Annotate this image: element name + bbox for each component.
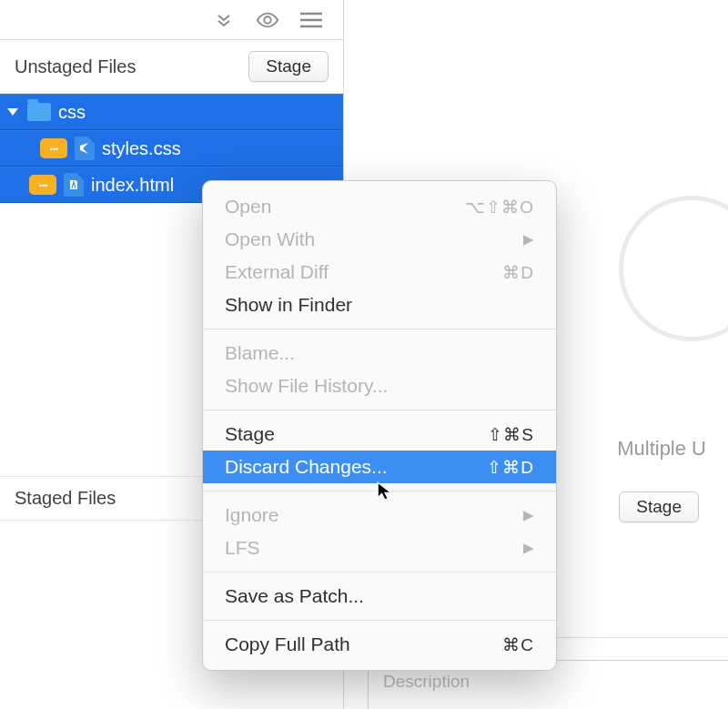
status-badge: ··· bbox=[29, 175, 56, 195]
menu-item-shortcut: ⌥⇧⌘O bbox=[465, 197, 534, 218]
menu-separator bbox=[203, 491, 556, 491]
svg-point-0 bbox=[264, 16, 270, 23]
menu-separator bbox=[203, 329, 556, 329]
stage-button[interactable]: Stage bbox=[248, 51, 329, 82]
file-icon bbox=[64, 173, 84, 197]
submenu-arrow-icon: ▶ bbox=[523, 231, 534, 248]
menu-item-external-diff: External Diff⌘D bbox=[203, 256, 556, 289]
menu-item-label: Stage bbox=[225, 423, 275, 445]
chevrons-down-icon[interactable] bbox=[212, 8, 236, 32]
menu-item-label: Copy Full Path bbox=[225, 633, 350, 655]
menu-item-copy-full-path[interactable]: Copy Full Path⌘C bbox=[203, 628, 556, 661]
menu-item-blame: Blame... bbox=[203, 337, 556, 370]
staged-label: Staged Files bbox=[15, 488, 116, 509]
menu-item-label: Open bbox=[225, 196, 271, 218]
menu-item-shortcut: ⇧⌘S bbox=[488, 424, 534, 445]
menu-item-show-in-finder[interactable]: Show in Finder bbox=[203, 289, 556, 321]
menu-item-save-as-patch[interactable]: Save as Patch... bbox=[203, 580, 556, 613]
eye-icon[interactable] bbox=[256, 8, 279, 32]
menu-separator bbox=[203, 572, 556, 572]
menu-item-lfs: LFS▶ bbox=[203, 532, 556, 564]
menu-item-label: Open With bbox=[225, 228, 315, 250]
tree-file-label: index.html bbox=[91, 175, 174, 196]
placeholder-circle-icon bbox=[619, 196, 728, 341]
file-icon bbox=[75, 137, 95, 160]
unstaged-section-header: Unstaged Files Stage bbox=[0, 40, 343, 94]
menu-item-shortcut: ⌘C bbox=[502, 634, 534, 655]
menu-item-label: Blame... bbox=[225, 342, 295, 364]
menu-item-shortcut: ⌘D bbox=[502, 262, 534, 283]
tree-file-label: styles.css bbox=[102, 138, 181, 159]
menu-item-discard-changes[interactable]: Discard Changes...⇧⌘D bbox=[203, 451, 556, 483]
menu-item-open: Open⌥⇧⌘O bbox=[203, 190, 556, 223]
menu-item-stage[interactable]: Stage⇧⌘S bbox=[203, 418, 556, 451]
unstaged-label: Unstaged Files bbox=[15, 56, 136, 77]
stage-button[interactable]: Stage bbox=[619, 491, 699, 522]
menu-item-label: Show File History... bbox=[225, 375, 388, 397]
menu-separator bbox=[203, 620, 556, 621]
menu-item-ignore: Ignore▶ bbox=[203, 499, 556, 532]
disclosure-triangle-icon[interactable] bbox=[7, 108, 18, 116]
menu-item-label: Ignore bbox=[225, 504, 279, 526]
menu-separator bbox=[203, 410, 556, 410]
menu-item-open-with: Open With▶ bbox=[203, 223, 556, 256]
menu-item-label: Save as Patch... bbox=[225, 585, 364, 607]
status-badge: ··· bbox=[40, 138, 67, 158]
menu-item-shortcut: ⇧⌘D bbox=[487, 457, 534, 478]
tree-folder-label: css bbox=[58, 102, 86, 123]
context-menu: Open⌥⇧⌘OOpen With▶External Diff⌘DShow in… bbox=[202, 180, 557, 671]
menu-item-show-file-history: Show File History... bbox=[203, 370, 556, 402]
tree-file-row[interactable]: ··· styles.css bbox=[0, 130, 343, 167]
tree-folder-row[interactable]: css bbox=[0, 94, 343, 130]
submenu-arrow-icon: ▶ bbox=[523, 507, 534, 523]
multiple-selection-label: Multiple U bbox=[617, 437, 706, 461]
folder-icon bbox=[27, 103, 51, 121]
menu-item-label: LFS bbox=[225, 537, 260, 559]
submenu-arrow-icon: ▶ bbox=[523, 540, 534, 556]
menu-item-label: Discard Changes... bbox=[225, 456, 388, 478]
menu-item-label: External Diff bbox=[225, 261, 329, 283]
menu-item-label: Show in Finder bbox=[225, 294, 352, 316]
sidebar-toolbar bbox=[0, 0, 343, 40]
menu-icon[interactable] bbox=[299, 8, 323, 32]
